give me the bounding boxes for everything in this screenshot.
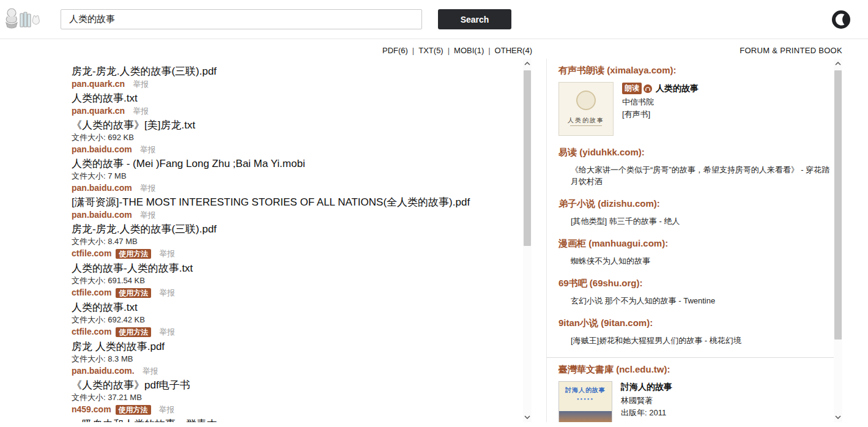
result-file-size: 文件大小: 8.3 MB	[72, 354, 497, 365]
scroll-up-arrow[interactable]	[834, 59, 842, 69]
usage-instructions-badge[interactable]: 使用方法	[116, 405, 151, 415]
result-source-link[interactable]: n459.com	[72, 404, 111, 414]
usage-instructions-badge[interactable]: 使用方法	[116, 249, 151, 259]
result-item: [潇哥资源]-THE MOST INTERESTING STORIES OF A…	[72, 196, 497, 221]
result-source-row: pan.baidu.com举报	[72, 144, 497, 155]
filter-separator: |	[488, 46, 490, 55]
result-file-size: 文件大小: 692 KB	[72, 132, 497, 143]
result-source-row: pan.quark.cn举报	[72, 105, 497, 117]
scroll-down-arrow[interactable]	[523, 412, 532, 422]
result-source-link[interactable]: pan.baidu.com	[72, 144, 132, 154]
result-source-link[interactable]: ctfile.com	[72, 327, 111, 336]
book-cover-thumbnail[interactable]: 討海人的故事●●●●●	[558, 381, 612, 422]
format-filter-mobi[interactable]: MOBI(1)	[454, 46, 484, 55]
result-file-size: 文件大小: 7 MB	[72, 171, 497, 182]
results-scrollbar[interactable]	[523, 59, 532, 422]
sidebar-result-link[interactable]: 玄幻小说 那个不为人知的故事 - Twentine	[571, 295, 834, 306]
sidebar-result-link[interactable]: [其他类型] 韩三千的故事 - 绝人	[571, 215, 834, 227]
headphones-icon	[644, 84, 652, 93]
forum-printed-book-heading: FORUM & PRINTED BOOK	[740, 46, 842, 55]
filter-bar: PDF(6)|TXT(5)|MOBI(1)|OTHER(4) FORUM & P…	[0, 46, 868, 58]
format-filter-pdf[interactable]: PDF(6)	[382, 46, 408, 55]
sidebar-section-title[interactable]: 漫画柜 (manhuagui.com):	[558, 238, 834, 249]
result-title-link[interactable]: 人类的故事 - (Mei )Fang Long Zhu ;Bai Ma Yi.m…	[72, 157, 497, 170]
sidebar-section-title[interactable]: 有声书朗读 (ximalaya.com):	[558, 65, 834, 76]
book-meta-line: [有声书]	[622, 109, 699, 120]
sidebar-section-title[interactable]: 易读 (yiduhkk.com):	[558, 147, 834, 158]
report-link[interactable]: 举报	[133, 80, 149, 89]
report-link[interactable]: 举报	[159, 288, 175, 297]
result-item: 房龙-房龙.人类的故事(三联).pdfpan.quark.cn举报	[72, 65, 497, 90]
result-title-link[interactable]: 人类的故事-人类的故事.txt	[72, 262, 497, 275]
usage-instructions-badge[interactable]: 使用方法	[116, 288, 151, 298]
result-source-row: pan.baidu.com举报	[72, 209, 497, 221]
scrollbar-thumb[interactable]	[524, 70, 531, 246]
report-link[interactable]: 举报	[143, 366, 158, 376]
result-file-size: 文件大小: 37.21 MB	[72, 392, 497, 403]
book-meta-line: 林國賢著	[621, 395, 672, 406]
result-source-link[interactable]: pan.baidu.com	[72, 210, 132, 220]
book-title-row: 朗读人类的故事	[622, 83, 699, 94]
cover-title-text: 人类的故事	[559, 116, 613, 125]
result-title-link[interactable]: 房龙-房龙.人类的故事(三联).pdf	[72, 65, 497, 78]
result-title-link[interactable]: 《人类的故事》pdf电子书	[72, 379, 497, 392]
read-aloud-badge[interactable]: 朗读	[622, 83, 642, 94]
cover-dots: ●●●●●	[559, 397, 612, 401]
result-title-link[interactable]: 房龙 人类的故事.pdf	[72, 340, 497, 353]
result-item: 人类的故事.txtpan.quark.cn举报	[72, 92, 497, 117]
result-title-link[interactable]: 人类的故事.txt	[72, 301, 497, 314]
book-info: 討海人的故事林國賢著出版年: 2011	[621, 381, 672, 422]
site-logo[interactable]	[4, 6, 43, 34]
sidebar-section: 弟子小说 (dizishu.com):[其他类型] 韩三千的故事 - 绝人	[558, 198, 834, 227]
sidebar-section: 臺灣華文書庫 (ncl.edu.tw):討海人的故事●●●●●討海人的故事林國賢…	[558, 364, 834, 422]
result-source-link[interactable]: pan.baidu.com	[72, 183, 132, 193]
book-title[interactable]: 討海人的故事	[621, 382, 672, 393]
sidebar-result-link[interactable]: [海贼王]娇花和她大猩猩男人们的故事 - 桃花幻境	[571, 335, 834, 346]
report-link[interactable]: 举报	[133, 106, 149, 116]
usage-instructions-badge[interactable]: 使用方法	[116, 327, 151, 337]
result-source-link[interactable]: pan.baidu.com.	[72, 366, 135, 376]
format-filter-other[interactable]: OTHER(4)	[495, 46, 532, 55]
result-item: 房龙-房龙.人类的故事(三联).pdf文件大小: 8.47 MBctfile.c…	[72, 223, 497, 260]
result-title-link[interactable]: 吸血虫和人类的故事，群青本	[72, 418, 497, 422]
scroll-down-arrow[interactable]	[834, 412, 842, 422]
scrollbar-thumb[interactable]	[834, 70, 842, 340]
result-title-link[interactable]: [潇哥资源]-THE MOST INTERESTING STORIES OF A…	[72, 196, 497, 209]
scroll-up-arrow[interactable]	[523, 59, 532, 69]
sidebar-section: 易读 (yiduhkk.com):《给大家讲一个类似于“房哥”的故事，希望支持房…	[558, 147, 834, 187]
result-source-link[interactable]: ctfile.com	[72, 288, 111, 297]
sidebar-section-title[interactable]: 臺灣華文書庫 (ncl.edu.tw):	[558, 364, 834, 375]
sidebar-scrollbar[interactable]	[834, 59, 842, 422]
format-filter-txt[interactable]: TXT(5)	[418, 46, 443, 55]
sidebar-section-title[interactable]: 9itan小说 (9itan.com):	[558, 317, 834, 329]
sidebar-section-title[interactable]: 69书吧 (69shu.org):	[558, 278, 834, 289]
result-source-link[interactable]: ctfile.com	[72, 248, 111, 258]
book-title[interactable]: 人类的故事	[656, 83, 699, 94]
report-link[interactable]: 举报	[159, 327, 175, 336]
sidebar-result-link[interactable]: 《给大家讲一个类似于“房哥”的故事，希望支持房哥的人来看看》 - 穿花踏月饮村酒	[571, 164, 834, 187]
book-card: 討海人的故事●●●●●討海人的故事林國賢著出版年: 2011	[558, 381, 834, 422]
result-title-link[interactable]: 房龙-房龙.人类的故事(三联).pdf	[72, 223, 497, 236]
dark-mode-toggle[interactable]	[832, 10, 850, 29]
result-source-link[interactable]: pan.quark.cn	[72, 79, 125, 89]
result-item: 吸血虫和人类的故事，群青本	[72, 418, 497, 422]
result-source-row: n459.com使用方法举报	[72, 404, 497, 416]
sidebar-section: 漫画柜 (manhuagui.com):蜘蛛侠不为人知的故事	[558, 238, 834, 267]
report-link[interactable]: 举报	[159, 249, 175, 258]
search-input[interactable]	[61, 9, 422, 29]
sidebar-result-link[interactable]: 蜘蛛侠不为人知的故事	[571, 255, 834, 267]
report-link[interactable]: 举报	[140, 145, 156, 154]
book-cover-thumbnail[interactable]: 人类的故事	[558, 82, 614, 136]
report-link[interactable]: 举报	[159, 405, 175, 414]
report-link[interactable]: 举报	[140, 184, 156, 193]
result-source-row: ctfile.com使用方法举报	[72, 287, 497, 299]
result-title-link[interactable]: 人类的故事.txt	[72, 92, 497, 105]
result-source-link[interactable]: pan.quark.cn	[72, 106, 125, 116]
book-meta-line: 中信书院	[622, 97, 699, 108]
result-title-link[interactable]: 《人类的故事》[美]房龙.txt	[72, 119, 497, 132]
result-item: 人类的故事 - (Mei )Fang Long Zhu ;Bai Ma Yi.m…	[72, 157, 497, 194]
sidebar-section: 69书吧 (69shu.org):玄幻小说 那个不为人知的故事 - Twenti…	[558, 278, 834, 306]
sidebar-section-title[interactable]: 弟子小说 (dizishu.com):	[558, 198, 834, 209]
report-link[interactable]: 举报	[140, 210, 156, 220]
search-button[interactable]: Search	[438, 9, 511, 29]
